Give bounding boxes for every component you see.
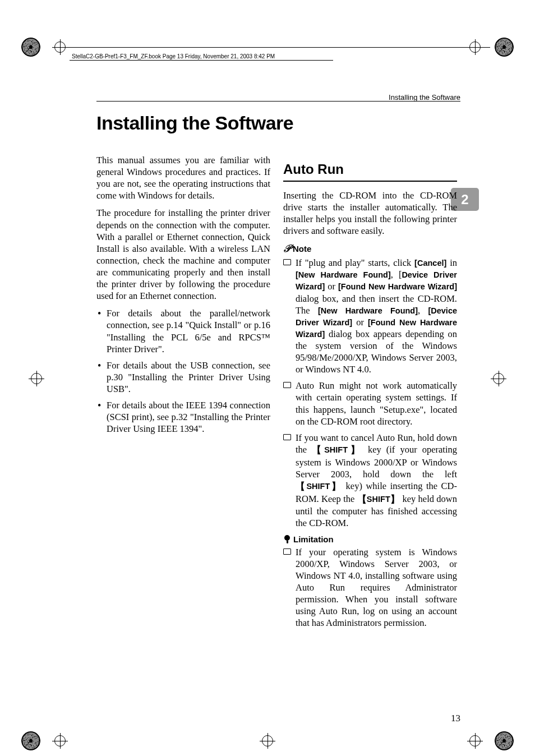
crosshair-icon: [54, 735, 66, 746]
crosshair-icon: [31, 373, 42, 384]
ui-new-hardware-found-2: [New Hardware Found]: [318, 306, 418, 315]
page-number: 13: [451, 713, 460, 724]
right-column: Auto Run Inserting the CD-ROM into the C…: [283, 154, 457, 633]
book-header-meta: StellaC2-GB-Pref1-F3_FM_ZF.book Page 13 …: [72, 53, 275, 59]
crosshair-icon: [262, 735, 273, 746]
crop-line: [64, 47, 490, 48]
key-shift: SHIFT: [367, 495, 390, 504]
ui-cancel: [Cancel]: [414, 259, 446, 268]
print-registration-mark: [21, 38, 40, 57]
print-registration-mark: [495, 731, 514, 750]
intro-paragraph-2: The procedure for installing the printer…: [96, 207, 270, 302]
ui-found-new-hardware-wizard: [Found New Hardware Wizard]: [338, 282, 457, 291]
reference-list: For details about the parallel/network c…: [96, 307, 270, 435]
list-item: For details about the parallel/network c…: [96, 307, 270, 354]
left-column: This manual assumes you are familiar wit…: [96, 154, 270, 439]
note-label: Note: [293, 243, 311, 254]
section-heading-autorun: Auto Run: [283, 161, 457, 182]
limitation-icon: [283, 535, 291, 543]
limitation-item-1: If your operating system is Windows 2000…: [283, 546, 457, 629]
limitation-list: If your operating system is Windows 2000…: [283, 546, 457, 629]
note-item-1: If "plug and play" starts, click [Cancel…: [283, 257, 457, 375]
crop-line: [70, 60, 333, 61]
list-item: For details about the USB connection, se…: [96, 359, 270, 395]
key-shift: SHIFT: [306, 482, 330, 491]
note-heading: 𝒫 Note: [283, 242, 457, 255]
crosshair-icon: [469, 735, 481, 746]
crosshair-icon: [493, 373, 504, 384]
ui-new-hardware-found: [New Hardware Found]: [296, 270, 391, 279]
note-list: If "plug and play" starts, click [Cancel…: [283, 257, 457, 529]
page-title: Installing the Software: [96, 112, 293, 134]
list-item: For details about the IEEE 1394 connecti…: [96, 399, 270, 435]
limitation-heading: Limitation: [283, 534, 457, 545]
print-registration-mark: [495, 38, 514, 57]
limitation-label: Limitation: [293, 534, 334, 545]
note-icon: 𝒫: [283, 242, 290, 255]
key-shift: SHIFT: [324, 445, 348, 454]
running-header: Installing the Software: [389, 93, 460, 102]
intro-paragraph-1: This manual assumes you are familiar wit…: [96, 154, 270, 201]
note-item-2: Auto Run might not work automatically wi…: [283, 380, 457, 427]
print-registration-mark: [21, 731, 40, 750]
note-item-3: If you want to cancel Auto Run, hold dow…: [283, 432, 457, 529]
autorun-intro: Inserting the CD-ROM into the CD-ROM dri…: [283, 190, 457, 237]
header-rule: [96, 101, 460, 102]
